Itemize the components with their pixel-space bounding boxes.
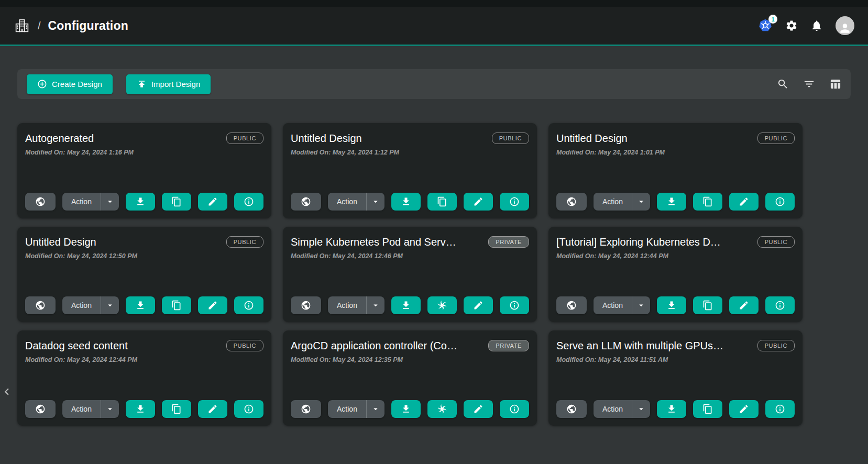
visibility-globe-button[interactable] (291, 296, 321, 314)
action-split-button[interactable]: Action (594, 193, 650, 211)
edit-button[interactable] (729, 400, 759, 418)
download-button[interactable] (657, 193, 686, 211)
action-dropdown-toggle[interactable] (101, 197, 119, 206)
create-design-label: Create Design (52, 80, 102, 89)
visibility-globe-button[interactable] (556, 400, 587, 418)
design-grid: Autogenerated Modified On: May 24, 2024 … (17, 123, 803, 426)
edit-button[interactable] (464, 193, 493, 211)
action-dropdown-toggle[interactable] (367, 301, 384, 310)
create-design-button[interactable]: Create Design (27, 74, 113, 94)
action-dropdown-toggle[interactable] (367, 197, 384, 206)
chevron-down-icon (636, 301, 646, 310)
copy-icon (702, 404, 713, 414)
download-button[interactable] (391, 193, 421, 211)
info-button[interactable] (234, 193, 263, 211)
action-dropdown-toggle[interactable] (367, 404, 384, 414)
settings-button[interactable] (785, 19, 798, 32)
edit-button[interactable] (198, 193, 227, 211)
download-icon (401, 404, 411, 414)
spiral-action-button[interactable] (427, 296, 457, 314)
designs-toolbar: Create Design Import Design (17, 69, 851, 99)
visibility-globe-button[interactable] (25, 296, 56, 314)
design-modified-date: Modified On: May 24, 2024 12:50 PM (25, 252, 263, 260)
copy-action-button[interactable] (427, 193, 457, 211)
download-button[interactable] (126, 296, 155, 314)
download-button[interactable] (126, 193, 155, 211)
action-split-button[interactable]: Action (594, 400, 650, 418)
visibility-globe-button[interactable] (25, 400, 56, 418)
copy-action-button[interactable] (162, 296, 191, 314)
visibility-badge: PUBLIC (226, 340, 263, 351)
download-button[interactable] (126, 400, 155, 418)
kubernetes-context-button[interactable]: 1 (758, 18, 773, 33)
copy-icon (171, 300, 182, 311)
design-card: ArgoCD application controller (Co… Modif… (283, 330, 537, 426)
action-dropdown-toggle[interactable] (101, 404, 119, 414)
user-avatar[interactable] (836, 16, 854, 35)
copy-action-button[interactable] (162, 400, 191, 418)
sidebar-collapse-chevron[interactable] (0, 384, 14, 400)
edit-button[interactable] (198, 296, 227, 314)
action-dropdown-toggle[interactable] (101, 301, 119, 310)
info-button[interactable] (500, 296, 529, 314)
action-label: Action (62, 405, 101, 413)
copy-action-button[interactable] (162, 193, 191, 211)
notifications-button[interactable] (810, 19, 823, 32)
download-button[interactable] (391, 296, 421, 314)
copy-icon (171, 196, 182, 207)
action-label: Action (328, 197, 366, 206)
design-card: Autogenerated Modified On: May 24, 2024 … (17, 123, 271, 218)
copy-action-button[interactable] (693, 400, 722, 418)
download-icon (666, 300, 677, 311)
download-button[interactable] (391, 400, 421, 418)
edit-button[interactable] (729, 193, 759, 211)
info-button[interactable] (234, 400, 263, 418)
info-icon (509, 300, 520, 311)
info-button[interactable] (765, 193, 795, 211)
edit-button[interactable] (464, 400, 493, 418)
info-button[interactable] (500, 400, 529, 418)
action-split-button[interactable]: Action (62, 296, 119, 314)
visibility-globe-button[interactable] (25, 193, 56, 211)
visibility-globe-button[interactable] (556, 296, 587, 314)
action-dropdown-toggle[interactable] (632, 404, 650, 414)
info-icon (509, 196, 520, 207)
action-split-button[interactable]: Action (62, 400, 119, 418)
action-label: Action (62, 301, 101, 310)
action-dropdown-toggle[interactable] (632, 301, 650, 310)
design-card: Untitled Design Modified On: May 24, 202… (283, 123, 537, 218)
action-dropdown-toggle[interactable] (632, 197, 650, 206)
visibility-globe-button[interactable] (291, 400, 321, 418)
spiral-action-button[interactable] (427, 400, 457, 418)
copy-action-button[interactable] (693, 296, 722, 314)
info-button[interactable] (500, 193, 529, 211)
design-title: ArgoCD application controller (Co… (291, 340, 477, 352)
action-split-button[interactable]: Action (328, 400, 384, 418)
edit-button[interactable] (198, 400, 227, 418)
edit-button[interactable] (464, 296, 493, 314)
search-button[interactable] (777, 78, 789, 90)
download-button[interactable] (657, 400, 686, 418)
edit-button[interactable] (729, 296, 759, 314)
info-button[interactable] (765, 296, 795, 314)
info-button[interactable] (234, 296, 263, 314)
info-button[interactable] (765, 400, 795, 418)
visibility-globe-button[interactable] (556, 193, 587, 211)
import-design-button[interactable]: Import Design (126, 74, 211, 94)
download-button[interactable] (657, 296, 686, 314)
action-split-button[interactable]: Action (594, 296, 650, 314)
person-icon (838, 21, 852, 35)
spiral-icon (437, 300, 447, 311)
table-view-button[interactable] (829, 78, 841, 90)
filter-button[interactable] (803, 78, 815, 90)
organization-building-icon[interactable] (14, 17, 30, 34)
design-card: Serve an LLM with multiple GPUs… Modifie… (548, 330, 803, 426)
bell-icon (810, 19, 823, 32)
copy-icon (437, 196, 447, 207)
app-header: / Configuration 1 (0, 7, 868, 46)
visibility-globe-button[interactable] (291, 193, 321, 211)
action-split-button[interactable]: Action (328, 193, 384, 211)
action-split-button[interactable]: Action (328, 296, 384, 314)
action-split-button[interactable]: Action (62, 193, 119, 211)
copy-action-button[interactable] (693, 193, 722, 211)
